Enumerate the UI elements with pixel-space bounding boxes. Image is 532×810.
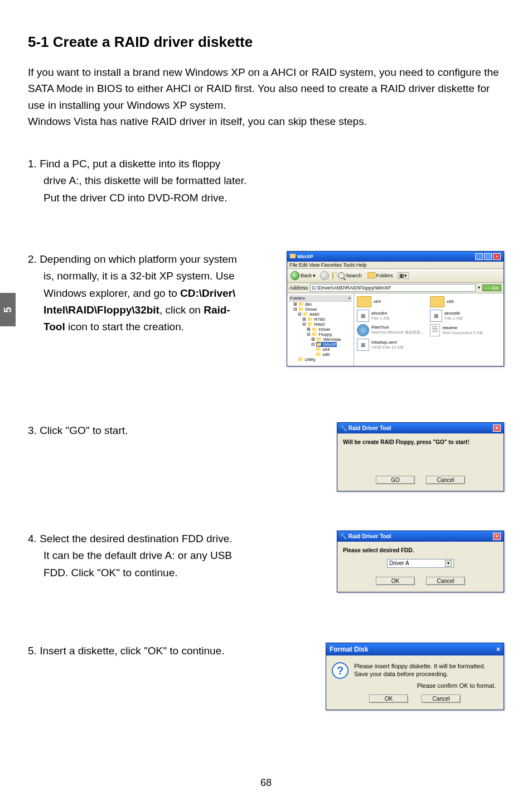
dialog-confirm-text: Please confirm OK to format. — [326, 682, 504, 692]
minimize-button[interactable]: _ — [475, 253, 483, 260]
raid-tool-go-dialog: 🔧 Raid Driver Tool × Will be create RAID… — [337, 422, 504, 491]
step-1-text: 1. Find a PC, put a diskette into its fl… — [28, 156, 262, 206]
go-button[interactable]: → Go — [482, 285, 501, 291]
step-2-figure: WinXP _ □ × File Edit View Favorites Too… — [273, 251, 504, 367]
address-label: Address — [289, 285, 308, 291]
text-icon — [430, 324, 440, 336]
folder-icon — [357, 296, 371, 307]
explorer-toolbar: ←Back ▾ ↑ Search Folders ▦▾ — [287, 269, 504, 283]
explorer-window: WinXP _ □ × File Edit View Favorites Too… — [287, 251, 504, 367]
maximize-button[interactable]: □ — [484, 253, 492, 260]
step-4-figure: 🔧 Raid Driver Tool × Please select desir… — [273, 531, 504, 592]
step-4: 4. Select the desired destination FDD dr… — [28, 531, 504, 592]
side-chapter-tab: 5 — [0, 293, 16, 326]
address-input[interactable] — [310, 284, 476, 292]
folder-icon — [430, 296, 444, 307]
fdd-select[interactable]: Driver A▼ — [387, 559, 454, 568]
file-ahcix64[interactable]: ▦ahcix64File 1 KB — [357, 310, 428, 322]
dialog-message: Please insert floppy diskette. It will b… — [354, 662, 485, 679]
file-icon: ▦ — [430, 310, 442, 322]
cancel-button[interactable]: Cancel — [422, 695, 461, 703]
intro-paragraph: If you want to install a brand new Windo… — [28, 64, 504, 130]
folder-x64[interactable]: x64 — [357, 296, 428, 307]
cancel-button[interactable]: Cancel — [426, 577, 465, 585]
file-icon: ▦ — [357, 310, 369, 322]
raid-tool-fdd-dialog: 🔧 Raid Driver Tool × Please select desir… — [337, 531, 504, 592]
setup-icon — [357, 324, 369, 336]
file-icon: ▦ — [357, 339, 369, 351]
dialog-body: Will be create RAID Floppy, press "GO" t… — [337, 433, 504, 472]
file-raidtool[interactable]: RaidToolRaidTool Microsoft 基础类应… — [357, 324, 428, 336]
step-2-text: 2. Depending on which platform your syst… — [28, 251, 262, 336]
close-button[interactable]: × — [493, 253, 501, 260]
explorer-file-pane[interactable]: x64 x86 ▦ahcix64File 1 KB ▦ahcix86File 1… — [354, 293, 504, 366]
step-1: 1. Find a PC, put a diskette into its fl… — [28, 156, 504, 206]
cancel-button[interactable]: Cancel — [426, 476, 465, 484]
close-button[interactable]: × — [493, 533, 501, 540]
views-button[interactable]: ▦▾ — [398, 272, 409, 279]
folders-button[interactable]: Folders — [366, 272, 394, 279]
up-button[interactable]: ↑ — [332, 273, 333, 278]
back-button[interactable]: ←Back ▾ — [289, 271, 317, 281]
go-button[interactable]: GO — [376, 476, 415, 484]
folder-x86[interactable]: x86 — [430, 296, 501, 307]
dialog-body: Please select desired FDD. Driver A▼ — [337, 542, 504, 573]
step-5-figure: Format Disk × ? Please insert floppy dis… — [273, 643, 504, 710]
dialog-title-bar: Format Disk × — [326, 643, 504, 655]
explorer-title-bar: WinXP _ □ × — [287, 252, 504, 262]
forward-button[interactable] — [320, 271, 329, 280]
step-3-text: 3. Click "GO" to start. — [28, 422, 262, 439]
file-txtsetup[interactable]: ▦txtsetup.oemOEM File 10 KB — [357, 339, 428, 351]
step-2: 2. Depending on which platform your syst… — [28, 251, 504, 367]
page-title: 5-1 Create a RAID driver diskette — [28, 33, 504, 51]
chevron-down-icon: ▼ — [445, 560, 452, 567]
ok-button[interactable]: OK — [369, 695, 408, 703]
explorer-menu-bar[interactable]: File Edit View Favorites Tools Help — [287, 262, 504, 269]
explorer-folder-tree[interactable]: Folders× ⊞ 📁 Bin ⊟ 📁 Driver ⊟ 📁 AMD ⊞ 📁 … — [287, 293, 354, 366]
step-5: 5. Insert a diskette, click "OK" to cont… — [28, 643, 504, 710]
page-content: 5-1 Create a RAID driver diskette If you… — [0, 0, 532, 710]
search-icon — [338, 272, 345, 279]
file-readme[interactable]: readmeText Document 2 KB — [430, 324, 501, 336]
dialog-title-bar: 🔧 Raid Driver Tool × — [337, 423, 504, 433]
search-button[interactable]: Search — [337, 272, 363, 279]
step-3-figure: 🔧 Raid Driver Tool × Will be create RAID… — [273, 422, 504, 491]
close-button[interactable]: × — [496, 645, 500, 653]
folders-icon — [367, 272, 375, 278]
file-ahcix86[interactable]: ▦ahcix86File 1 KB — [430, 310, 501, 322]
close-button[interactable]: × — [493, 425, 501, 432]
step-3: 3. Click "GO" to start. 🔧 Raid Driver To… — [28, 422, 504, 491]
explorer-address-bar: Address ▾ → Go — [287, 283, 504, 293]
format-disk-dialog: Format Disk × ? Please insert floppy dis… — [326, 643, 504, 710]
ok-button[interactable]: OK — [376, 577, 415, 585]
question-icon: ? — [332, 662, 349, 679]
page-number: 68 — [0, 777, 532, 789]
step-4-text: 4. Select the desired destination FDD dr… — [28, 531, 262, 581]
dialog-title-bar: 🔧 Raid Driver Tool × — [337, 531, 504, 542]
step-5-text: 5. Insert a diskette, click "OK" to cont… — [28, 643, 262, 659]
